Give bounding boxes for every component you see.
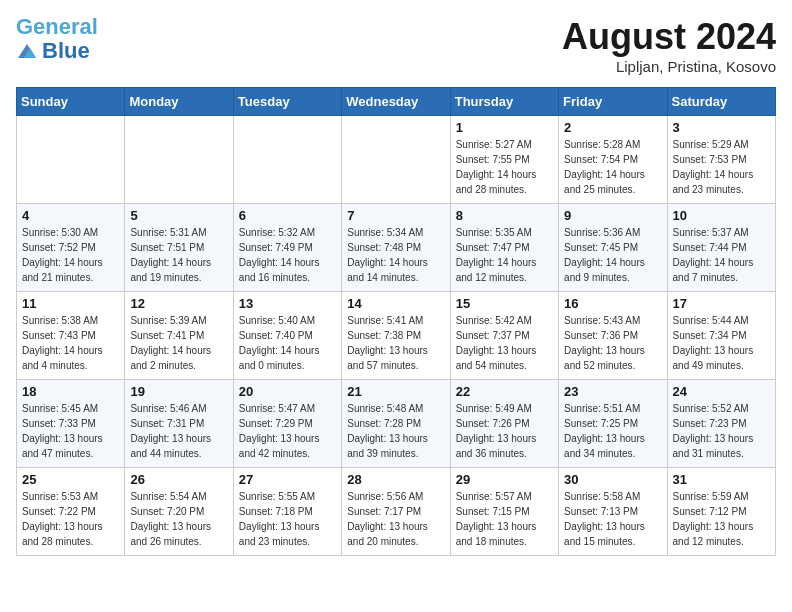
day-number: 16: [564, 296, 661, 311]
day-header-thursday: Thursday: [450, 88, 558, 116]
day-info: Sunrise: 5:57 AM Sunset: 7:15 PM Dayligh…: [456, 489, 553, 549]
day-number: 10: [673, 208, 770, 223]
calendar-cell: 6Sunrise: 5:32 AM Sunset: 7:49 PM Daylig…: [233, 204, 341, 292]
week-row-4: 18Sunrise: 5:45 AM Sunset: 7:33 PM Dayli…: [17, 380, 776, 468]
logo: General Blue: [16, 16, 98, 64]
day-header-tuesday: Tuesday: [233, 88, 341, 116]
logo-blue: Blue: [42, 38, 90, 64]
day-number: 22: [456, 384, 553, 399]
day-info: Sunrise: 5:34 AM Sunset: 7:48 PM Dayligh…: [347, 225, 444, 285]
day-info: Sunrise: 5:53 AM Sunset: 7:22 PM Dayligh…: [22, 489, 119, 549]
month-year: August 2024: [562, 16, 776, 58]
day-number: 20: [239, 384, 336, 399]
calendar-cell: 9Sunrise: 5:36 AM Sunset: 7:45 PM Daylig…: [559, 204, 667, 292]
calendar-cell: 4Sunrise: 5:30 AM Sunset: 7:52 PM Daylig…: [17, 204, 125, 292]
calendar-cell: 18Sunrise: 5:45 AM Sunset: 7:33 PM Dayli…: [17, 380, 125, 468]
day-number: 2: [564, 120, 661, 135]
day-number: 13: [239, 296, 336, 311]
week-row-5: 25Sunrise: 5:53 AM Sunset: 7:22 PM Dayli…: [17, 468, 776, 556]
location: Lipljan, Pristina, Kosovo: [562, 58, 776, 75]
day-number: 11: [22, 296, 119, 311]
calendar-cell: 25Sunrise: 5:53 AM Sunset: 7:22 PM Dayli…: [17, 468, 125, 556]
day-number: 26: [130, 472, 227, 487]
day-info: Sunrise: 5:56 AM Sunset: 7:17 PM Dayligh…: [347, 489, 444, 549]
day-header-monday: Monday: [125, 88, 233, 116]
day-number: 1: [456, 120, 553, 135]
day-number: 12: [130, 296, 227, 311]
logo-icon: [16, 40, 38, 62]
day-number: 21: [347, 384, 444, 399]
calendar-cell: 10Sunrise: 5:37 AM Sunset: 7:44 PM Dayli…: [667, 204, 775, 292]
week-row-1: 1Sunrise: 5:27 AM Sunset: 7:55 PM Daylig…: [17, 116, 776, 204]
day-info: Sunrise: 5:44 AM Sunset: 7:34 PM Dayligh…: [673, 313, 770, 373]
day-number: 25: [22, 472, 119, 487]
calendar-cell: 12Sunrise: 5:39 AM Sunset: 7:41 PM Dayli…: [125, 292, 233, 380]
day-info: Sunrise: 5:58 AM Sunset: 7:13 PM Dayligh…: [564, 489, 661, 549]
calendar-cell: [125, 116, 233, 204]
calendar-cell: 23Sunrise: 5:51 AM Sunset: 7:25 PM Dayli…: [559, 380, 667, 468]
calendar-cell: 28Sunrise: 5:56 AM Sunset: 7:17 PM Dayli…: [342, 468, 450, 556]
day-info: Sunrise: 5:45 AM Sunset: 7:33 PM Dayligh…: [22, 401, 119, 461]
day-number: 6: [239, 208, 336, 223]
day-number: 31: [673, 472, 770, 487]
calendar-cell: 22Sunrise: 5:49 AM Sunset: 7:26 PM Dayli…: [450, 380, 558, 468]
calendar-cell: 15Sunrise: 5:42 AM Sunset: 7:37 PM Dayli…: [450, 292, 558, 380]
day-info: Sunrise: 5:27 AM Sunset: 7:55 PM Dayligh…: [456, 137, 553, 197]
calendar-cell: 3Sunrise: 5:29 AM Sunset: 7:53 PM Daylig…: [667, 116, 775, 204]
logo-text: General: [16, 16, 98, 38]
calendar-cell: 11Sunrise: 5:38 AM Sunset: 7:43 PM Dayli…: [17, 292, 125, 380]
day-info: Sunrise: 5:35 AM Sunset: 7:47 PM Dayligh…: [456, 225, 553, 285]
day-info: Sunrise: 5:52 AM Sunset: 7:23 PM Dayligh…: [673, 401, 770, 461]
day-number: 18: [22, 384, 119, 399]
page-header: General Blue August 2024 Lipljan, Pristi…: [16, 16, 776, 75]
day-info: Sunrise: 5:32 AM Sunset: 7:49 PM Dayligh…: [239, 225, 336, 285]
day-info: Sunrise: 5:39 AM Sunset: 7:41 PM Dayligh…: [130, 313, 227, 373]
day-number: 5: [130, 208, 227, 223]
calendar-cell: 1Sunrise: 5:27 AM Sunset: 7:55 PM Daylig…: [450, 116, 558, 204]
day-info: Sunrise: 5:29 AM Sunset: 7:53 PM Dayligh…: [673, 137, 770, 197]
day-header-wednesday: Wednesday: [342, 88, 450, 116]
day-info: Sunrise: 5:42 AM Sunset: 7:37 PM Dayligh…: [456, 313, 553, 373]
day-info: Sunrise: 5:48 AM Sunset: 7:28 PM Dayligh…: [347, 401, 444, 461]
calendar-cell: 31Sunrise: 5:59 AM Sunset: 7:12 PM Dayli…: [667, 468, 775, 556]
calendar-cell: 13Sunrise: 5:40 AM Sunset: 7:40 PM Dayli…: [233, 292, 341, 380]
calendar-cell: 14Sunrise: 5:41 AM Sunset: 7:38 PM Dayli…: [342, 292, 450, 380]
day-number: 15: [456, 296, 553, 311]
day-info: Sunrise: 5:49 AM Sunset: 7:26 PM Dayligh…: [456, 401, 553, 461]
calendar-cell: 24Sunrise: 5:52 AM Sunset: 7:23 PM Dayli…: [667, 380, 775, 468]
calendar-cell: 29Sunrise: 5:57 AM Sunset: 7:15 PM Dayli…: [450, 468, 558, 556]
day-number: 7: [347, 208, 444, 223]
day-info: Sunrise: 5:36 AM Sunset: 7:45 PM Dayligh…: [564, 225, 661, 285]
day-number: 14: [347, 296, 444, 311]
day-number: 23: [564, 384, 661, 399]
calendar-cell: 16Sunrise: 5:43 AM Sunset: 7:36 PM Dayli…: [559, 292, 667, 380]
calendar-cell: 17Sunrise: 5:44 AM Sunset: 7:34 PM Dayli…: [667, 292, 775, 380]
day-number: 29: [456, 472, 553, 487]
calendar-cell: 7Sunrise: 5:34 AM Sunset: 7:48 PM Daylig…: [342, 204, 450, 292]
calendar-table: SundayMondayTuesdayWednesdayThursdayFrid…: [16, 87, 776, 556]
day-info: Sunrise: 5:37 AM Sunset: 7:44 PM Dayligh…: [673, 225, 770, 285]
day-number: 27: [239, 472, 336, 487]
calendar-cell: 8Sunrise: 5:35 AM Sunset: 7:47 PM Daylig…: [450, 204, 558, 292]
calendar-cell: [17, 116, 125, 204]
day-info: Sunrise: 5:46 AM Sunset: 7:31 PM Dayligh…: [130, 401, 227, 461]
day-info: Sunrise: 5:47 AM Sunset: 7:29 PM Dayligh…: [239, 401, 336, 461]
day-number: 19: [130, 384, 227, 399]
day-header-friday: Friday: [559, 88, 667, 116]
day-info: Sunrise: 5:54 AM Sunset: 7:20 PM Dayligh…: [130, 489, 227, 549]
calendar-cell: 27Sunrise: 5:55 AM Sunset: 7:18 PM Dayli…: [233, 468, 341, 556]
calendar-cell: 26Sunrise: 5:54 AM Sunset: 7:20 PM Dayli…: [125, 468, 233, 556]
day-info: Sunrise: 5:31 AM Sunset: 7:51 PM Dayligh…: [130, 225, 227, 285]
day-number: 4: [22, 208, 119, 223]
day-info: Sunrise: 5:41 AM Sunset: 7:38 PM Dayligh…: [347, 313, 444, 373]
calendar-cell: 2Sunrise: 5:28 AM Sunset: 7:54 PM Daylig…: [559, 116, 667, 204]
day-info: Sunrise: 5:30 AM Sunset: 7:52 PM Dayligh…: [22, 225, 119, 285]
day-number: 3: [673, 120, 770, 135]
day-number: 8: [456, 208, 553, 223]
day-number: 9: [564, 208, 661, 223]
week-row-3: 11Sunrise: 5:38 AM Sunset: 7:43 PM Dayli…: [17, 292, 776, 380]
day-info: Sunrise: 5:59 AM Sunset: 7:12 PM Dayligh…: [673, 489, 770, 549]
day-info: Sunrise: 5:55 AM Sunset: 7:18 PM Dayligh…: [239, 489, 336, 549]
day-number: 30: [564, 472, 661, 487]
day-info: Sunrise: 5:40 AM Sunset: 7:40 PM Dayligh…: [239, 313, 336, 373]
